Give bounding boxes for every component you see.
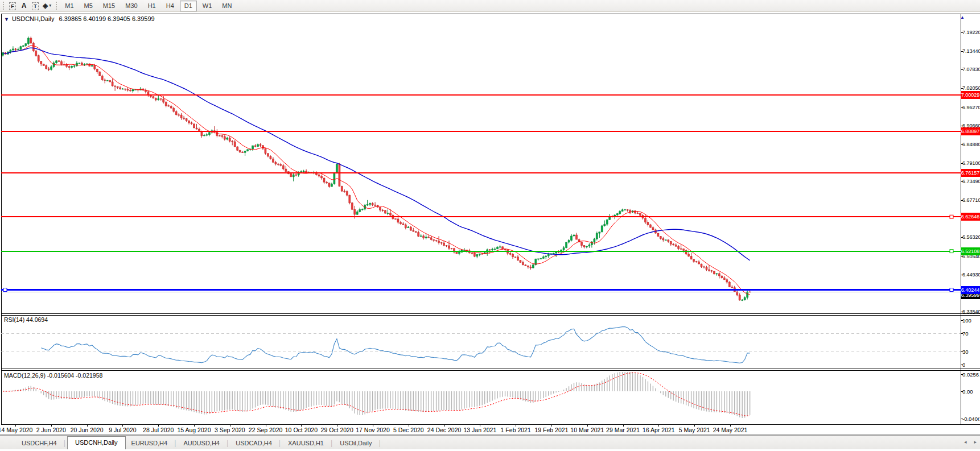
date-label: 1 Feb 2021 [501, 427, 531, 433]
date-label: 22 Sep 2020 [249, 427, 283, 433]
candle-bodies-down [5, 38, 751, 300]
toolbar-grip[interactable] [3, 2, 4, 10]
tab-scroll-left-icon[interactable]: ◂ [964, 439, 967, 445]
tab-scroll-nav: ◂ ▸ [964, 439, 977, 445]
text-label-tool-icon[interactable]: T [30, 1, 41, 11]
level-price-badge: 6.40244 [961, 286, 980, 294]
price-axis-label: 7.07830 [962, 67, 980, 72]
timeframe-h4[interactable]: H4 [162, 1, 179, 11]
date-label: 15 Aug 2020 [178, 427, 211, 433]
level-price-badge: 6.76157 [961, 169, 980, 177]
price-axis-label: 6.33540 [962, 309, 980, 315]
price-axis-label: 7.02050 [962, 85, 980, 91]
level-price-badge: 6.62646 [961, 213, 980, 221]
rsi-scale-label: 100 [962, 317, 971, 324]
drawing-tools-group: FAT◈▾ [7, 0, 53, 11]
date-label: 2 Jun 2020 [36, 427, 66, 433]
timeframe-group: M1M5M15M30H1H4D1W1MN [60, 0, 237, 11]
date-label: 20 Jun 2020 [71, 427, 104, 433]
timeframe-m5[interactable]: M5 [80, 1, 97, 11]
macd-label: MACD(12,26,9) -0.015604 -0.021958 [4, 372, 102, 379]
timeframe-mn[interactable]: MN [217, 1, 236, 11]
macd-histogram [3, 372, 750, 418]
tab-eurusd-h4[interactable]: EURUSD,H4 [126, 437, 174, 449]
timeframe-m1[interactable]: M1 [60, 1, 78, 11]
tab-separator: │ [173, 440, 178, 449]
timeframe-d1[interactable]: D1 [180, 1, 197, 11]
rsi-scale-label: 30 [962, 348, 969, 354]
dropdown-caret-icon[interactable]: ▾ [49, 3, 51, 8]
candle-bodies-up [2, 38, 748, 300]
tab-usdcnh-daily[interactable]: USDCNH,Daily [67, 436, 126, 449]
price-axis-label: 7.19220 [962, 30, 980, 35]
date-label: 16 Apr 2021 [643, 427, 675, 433]
text-tool-icon[interactable]: A [18, 0, 30, 11]
level-line-handle[interactable] [3, 288, 7, 292]
level-price-badge: 7.00029 [961, 91, 980, 99]
chart-canvas [0, 0, 980, 451]
collapse-icon[interactable]: ▼ [4, 16, 9, 22]
timeframe-m30[interactable]: M30 [121, 1, 142, 11]
level-price-badge: 6.52108 [961, 247, 980, 255]
date-label: 28 Jul 2020 [143, 427, 174, 433]
rsi-line [41, 327, 750, 363]
tab-separator: │ [63, 440, 67, 449]
ma-slow-line[interactable] [3, 48, 750, 260]
timeframe-w1[interactable]: W1 [198, 1, 217, 11]
tab-scroll-right-icon[interactable]: ▸ [974, 439, 977, 445]
tab-usdcad-h4[interactable]: USDCAD,H4 [230, 437, 278, 449]
date-label: 10 Oct 2020 [285, 427, 318, 433]
date-label: 29 Mar 2021 [606, 427, 640, 433]
figure-tool-icon[interactable]: F [7, 1, 18, 11]
date-label: 14 May 2020 [0, 427, 32, 433]
symbol-tab-bar: USDCHF,H4│USDCNH,DailyEURUSD,H4│AUDUSD,H… [0, 435, 980, 449]
macd-scale-label: -0.04068 [962, 416, 979, 422]
tab-usdchf-h4[interactable]: USDCHF,H4 [16, 437, 63, 449]
price-axis-label: 6.84880 [962, 142, 980, 147]
price-axis-label: 6.44930 [962, 272, 980, 278]
ma-fast-line[interactable] [3, 45, 750, 295]
price-axis-label: 6.67710 [962, 197, 980, 203]
toolbar: FAT◈▾ M1M5M15M30H1H4D1W1MN [0, 0, 980, 12]
mt4-window: FAT◈▾ M1M5M15M30H1H4D1W1MN ▼USDCNH,Daily… [0, 0, 980, 451]
date-label: 24 May 2021 [713, 427, 748, 433]
candle-wicks-up [3, 36, 747, 301]
date-label: 9 Jul 2020 [109, 427, 136, 433]
timeframe-m15[interactable]: M15 [98, 1, 120, 11]
price-axis-label: 6.79100 [962, 160, 980, 166]
tab-separator: │ [377, 440, 382, 449]
tab-xauusd-h1[interactable]: XAUUSD,H1 [282, 437, 330, 449]
level-price-badge: 6.88897 [961, 127, 980, 135]
date-label: 29 Oct 2020 [321, 427, 353, 433]
tab-separator: │ [330, 440, 334, 449]
tab-audusd-h4[interactable]: AUDUSD,H4 [178, 437, 225, 449]
arrows-tool-icon[interactable]: ◈▾ [41, 0, 53, 11]
candle-wicks-down [5, 36, 750, 300]
tab-separator: │ [225, 440, 230, 449]
date-label: 3 Sep 2020 [215, 427, 245, 433]
scroll-top-icon[interactable]: ▲ [960, 15, 965, 20]
level-line-handle[interactable] [950, 250, 953, 253]
rsi-label: RSI(14) 44.0694 [4, 316, 48, 323]
tab-usoil-daily[interactable]: USOil,Daily [334, 437, 377, 449]
macd-scale-label: 0.00 [962, 388, 973, 395]
price-axis-label: 6.73490 [962, 179, 980, 184]
date-label: 24 Dec 2020 [427, 427, 462, 433]
date-label: 19 Feb 2021 [535, 427, 569, 433]
date-label: 5 Dec 2020 [393, 427, 424, 433]
rsi-scale-label: 0 [962, 362, 965, 368]
macd-scale-label: 0.025623 [962, 371, 979, 377]
price-axis-label: 6.96270 [962, 105, 980, 110]
level-line-handle[interactable] [950, 288, 953, 292]
date-label: 10 Mar 2021 [570, 427, 604, 433]
chart-title: ▼USDCNH,Daily6.39865 6.40199 6.39405 6.3… [4, 15, 155, 22]
rsi-scale-label: 70 [962, 330, 969, 337]
timeframe-h1[interactable]: H1 [143, 1, 160, 11]
toolbar-grip[interactable] [56, 2, 57, 10]
level-line-handle[interactable] [950, 215, 953, 218]
date-label: 5 May 2021 [679, 427, 710, 433]
chart-ohlc-values: 6.39865 6.40199 6.39405 6.39599 [59, 15, 154, 22]
chart-symbol-period: USDCNH,Daily [12, 15, 55, 22]
date-label: 17 Nov 2020 [356, 427, 390, 433]
tab-separator: │ [278, 440, 282, 449]
